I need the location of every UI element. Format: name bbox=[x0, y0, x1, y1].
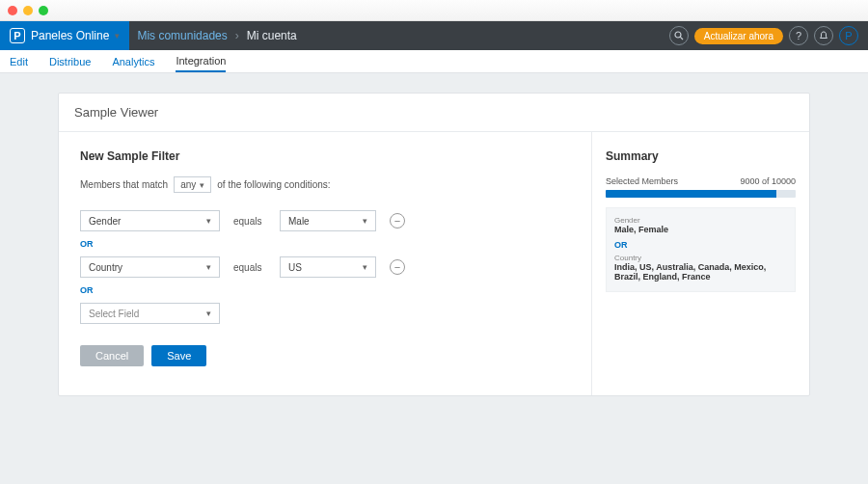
breadcrumb: Mis comunidades › Mi cuenta bbox=[137, 29, 296, 42]
help-icon[interactable]: ? bbox=[789, 26, 808, 45]
brand-name: Paneles Online bbox=[31, 29, 109, 42]
remove-row-button[interactable]: − bbox=[390, 259, 405, 275]
match-scope-line: Members that match any ▾ of the followin… bbox=[80, 176, 570, 193]
tab-edit[interactable]: Edit bbox=[10, 52, 28, 71]
tab-distribute[interactable]: Distribue bbox=[49, 52, 91, 71]
save-button[interactable]: Save bbox=[151, 345, 206, 366]
svg-line-1 bbox=[680, 37, 683, 40]
summary-block-value: Male, Female bbox=[614, 225, 787, 234]
notifications-icon[interactable] bbox=[814, 26, 833, 45]
breadcrumb-separator-icon: › bbox=[235, 29, 239, 42]
selected-members-label: Selected Members bbox=[606, 176, 678, 186]
value-text: US bbox=[288, 262, 302, 273]
progress-bar-fill bbox=[606, 190, 776, 198]
field-placeholder: Select Field bbox=[89, 309, 139, 319]
chevron-down-icon: ▾ bbox=[363, 262, 367, 272]
value-text: Male bbox=[288, 216, 310, 227]
chevron-down-icon: ▾ bbox=[115, 31, 120, 40]
tab-analytics[interactable]: Analytics bbox=[112, 52, 154, 71]
account-icon[interactable]: P bbox=[839, 26, 858, 45]
filter-builder: New Sample Filter Members that match any… bbox=[59, 132, 592, 395]
match-suffix: of the following conditions: bbox=[217, 179, 330, 190]
brand-logo-icon: P bbox=[10, 28, 25, 43]
or-separator: OR bbox=[80, 239, 570, 249]
filter-row-empty: Select Field ▾ bbox=[80, 303, 570, 324]
cancel-button[interactable]: Cancel bbox=[80, 345, 144, 366]
window-titlebar bbox=[0, 0, 868, 21]
or-separator: OR bbox=[80, 285, 570, 295]
match-scope-select[interactable]: any ▾ bbox=[174, 176, 211, 193]
operator-label: equals bbox=[233, 216, 266, 227]
field-select[interactable]: Gender ▾ bbox=[80, 210, 220, 231]
filter-row: Gender ▾ equals Male ▾ − bbox=[80, 210, 570, 231]
filter-row: Country ▾ equals US ▾ − bbox=[80, 256, 570, 278]
minus-icon: − bbox=[394, 216, 400, 227]
chevron-down-icon: ▾ bbox=[363, 216, 367, 226]
field-select-empty[interactable]: Select Field ▾ bbox=[80, 303, 220, 324]
match-scope-value: any bbox=[180, 179, 196, 190]
chevron-down-icon: ▾ bbox=[206, 216, 211, 226]
summary-conditions: Gender Male, Female OR Country India, US… bbox=[606, 207, 796, 292]
field-value: Gender bbox=[89, 216, 121, 227]
window-minimize-icon[interactable] bbox=[23, 6, 33, 15]
svg-point-0 bbox=[675, 32, 681, 38]
progress-bar bbox=[606, 190, 796, 198]
summary-block-value: India, US, Australia, Canada, Mexico, Br… bbox=[614, 262, 787, 282]
tab-integration[interactable]: Integration bbox=[176, 51, 226, 72]
window-zoom-icon[interactable] bbox=[39, 6, 48, 15]
summary-block-label: Country bbox=[614, 254, 787, 262]
or-separator: OR bbox=[614, 240, 787, 250]
field-select[interactable]: Country ▾ bbox=[80, 256, 220, 278]
breadcrumb-account: Mi cuenta bbox=[247, 29, 297, 42]
operator-label: equals bbox=[233, 262, 266, 273]
match-prefix: Members that match bbox=[80, 179, 168, 190]
search-icon[interactable] bbox=[669, 26, 689, 45]
filter-title: New Sample Filter bbox=[80, 149, 570, 163]
selected-members-row: Selected Members 9000 of 10000 bbox=[606, 176, 796, 186]
selected-members-value: 9000 of 10000 bbox=[740, 176, 796, 186]
window-close-icon[interactable] bbox=[8, 6, 17, 15]
chevron-down-icon: ▾ bbox=[206, 262, 211, 272]
minus-icon: − bbox=[394, 262, 400, 273]
sample-viewer-card: Sample Viewer New Sample Filter Members … bbox=[58, 93, 810, 396]
panel-title: Sample Viewer bbox=[59, 94, 809, 132]
remove-row-button[interactable]: − bbox=[390, 213, 405, 229]
chevron-down-icon: ▾ bbox=[206, 309, 211, 318]
upgrade-button[interactable]: Actualizar ahora bbox=[694, 28, 783, 44]
top-nav: P Paneles Online ▾ Mis comunidades › Mi … bbox=[0, 21, 868, 50]
summary-block-label: Gender bbox=[614, 216, 787, 225]
filter-actions: Cancel Save bbox=[80, 345, 570, 366]
breadcrumb-communities[interactable]: Mis comunidades bbox=[137, 29, 227, 42]
summary-panel: Summary Selected Members 9000 of 10000 G… bbox=[592, 132, 809, 395]
sub-nav: Edit Distribue Analytics Integration bbox=[0, 50, 868, 73]
value-select[interactable]: Male ▾ bbox=[280, 210, 376, 231]
page-content: Sample Viewer New Sample Filter Members … bbox=[0, 73, 868, 416]
brand-menu[interactable]: P Paneles Online ▾ bbox=[0, 21, 129, 50]
summary-title: Summary bbox=[606, 149, 796, 163]
chevron-down-icon: ▾ bbox=[200, 180, 204, 190]
field-value: Country bbox=[89, 262, 122, 273]
value-select[interactable]: US ▾ bbox=[280, 256, 376, 278]
